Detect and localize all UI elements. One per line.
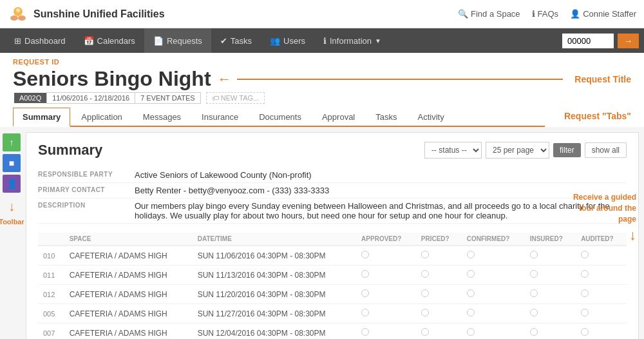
- tour-annotation: Receive a guided tour around the page ↓: [569, 192, 636, 244]
- row-id: 011: [38, 266, 64, 285]
- nav-requests[interactable]: 📄 Requests: [144, 28, 211, 53]
- tab-tasks[interactable]: Tasks: [366, 108, 406, 126]
- row-confirmed: [462, 266, 525, 285]
- row-approved: [356, 324, 416, 340]
- info-fields: Responsible Party Active Seniors of Lake…: [38, 168, 627, 224]
- arrow-left-icon: ←: [218, 71, 232, 88]
- row-insured: [525, 246, 576, 266]
- panel-header: Summary -- status -- 25 per page filter …: [38, 142, 627, 159]
- filter-button[interactable]: filter: [553, 143, 581, 157]
- tab-documents[interactable]: Documents: [249, 108, 311, 126]
- row-confirmed: [462, 324, 525, 340]
- tab-activity[interactable]: Activity: [408, 108, 454, 126]
- row-approved: [356, 285, 416, 304]
- tab-messages[interactable]: Messages: [133, 108, 191, 126]
- nav-users[interactable]: 👥 Users: [261, 28, 314, 53]
- nav-go-button[interactable]: →: [618, 34, 639, 48]
- row-datetime: SUN 12/04/2016 04:30PM - 08:30PM: [193, 324, 356, 340]
- row-space: CAFETERIA / ADAMS HIGH: [64, 246, 193, 266]
- content-area: ↑ ■ 👤 ↓ Toolbar Summary -- status -- 25 …: [0, 127, 644, 339]
- panel-controls: -- status -- 25 per page filter show all: [424, 142, 627, 159]
- row-audited: [576, 246, 627, 266]
- info-icon: ℹ: [532, 9, 535, 19]
- requests-icon: 📄: [153, 36, 164, 46]
- nav-right: →: [562, 34, 639, 48]
- row-confirmed: [462, 246, 525, 266]
- request-event-count: 7 EVENT DATES: [135, 92, 201, 104]
- row-priced: [416, 285, 462, 304]
- col-confirmed: Confirmed?: [462, 233, 525, 246]
- nav-calendars[interactable]: 📅 Calendars: [75, 28, 144, 53]
- info-nav-icon: ℹ: [323, 36, 327, 46]
- nav-information[interactable]: ℹ Information ▼: [314, 28, 390, 53]
- top-nav-actions: 🔍 Find a Space ℹ FAQs 👤 Connie Staffer: [458, 9, 636, 19]
- brand: Sunshine Unified Facilities: [8, 4, 458, 24]
- responsible-party-row: Responsible Party Active Seniors of Lake…: [38, 168, 627, 183]
- tab-approval[interactable]: Approval: [312, 108, 365, 126]
- tab-application[interactable]: Application: [71, 108, 132, 126]
- table-row[interactable]: 012 CAFETERIA / ADAMS HIGH SUN 11/20/201…: [38, 285, 627, 304]
- row-datetime: SUN 11/20/2016 04:30PM - 08:30PM: [193, 285, 356, 304]
- tasks-icon: ✔: [220, 36, 227, 46]
- toolbar-down-arrow-icon: ↓: [8, 199, 15, 214]
- brand-logo: [8, 4, 28, 24]
- row-audited: [576, 285, 627, 304]
- tag-icon: 🏷: [212, 94, 219, 102]
- toolbar-btn-document[interactable]: ■: [3, 154, 21, 172]
- tour-arrow-icon: ↓: [569, 227, 636, 244]
- toolbar-label: Toolbar: [0, 218, 24, 226]
- row-datetime: SUN 11/13/2016 04:30PM - 08:30PM: [193, 266, 356, 285]
- row-confirmed: [462, 285, 525, 304]
- find-space-link[interactable]: 🔍 Find a Space: [458, 9, 520, 19]
- row-datetime: SUN 11/06/2016 04:30PM - 08:30PM: [193, 246, 356, 266]
- dropdown-icon: ▼: [375, 37, 381, 44]
- request-meta: A002Q 11/06/2016 - 12/18/2016 7 EVENT DA…: [14, 92, 631, 108]
- summary-title: Summary: [38, 142, 102, 159]
- per-page-select[interactable]: 25 per page: [486, 142, 549, 159]
- tabs-container: Summary Application Messages Insurance D…: [0, 108, 644, 127]
- table-row[interactable]: 010 CAFETERIA / ADAMS HIGH SUN 11/06/201…: [38, 246, 627, 266]
- events-table: Space Date/Time Approved? Priced? Confir…: [38, 233, 627, 339]
- brand-name: Sunshine Unified Facilities: [33, 8, 165, 20]
- row-space: CAFETERIA / ADAMS HIGH: [64, 304, 193, 324]
- nav-tasks[interactable]: ✔ Tasks: [211, 28, 261, 53]
- tab-summary[interactable]: Summary: [13, 108, 70, 127]
- toolbar-btn-user[interactable]: 👤: [3, 175, 21, 193]
- row-id: 012: [38, 285, 64, 304]
- calendar-icon: 📅: [84, 36, 94, 46]
- col-id: [38, 233, 64, 246]
- tab-insurance[interactable]: Insurance: [192, 108, 248, 126]
- svg-point-2: [18, 15, 26, 21]
- nav-items: ⊞ Dashboard 📅 Calendars 📄 Requests ✔ Tas…: [5, 28, 562, 53]
- row-space: CAFETERIA / ADAMS HIGH: [64, 285, 193, 304]
- page-title: Seniors Bingo Night: [13, 67, 211, 91]
- table-row[interactable]: 011 CAFETERIA / ADAMS HIGH SUN 11/13/201…: [38, 266, 627, 285]
- users-icon: 👥: [270, 36, 280, 46]
- row-priced: [416, 304, 462, 324]
- row-confirmed: [462, 304, 525, 324]
- row-approved: [356, 266, 416, 285]
- table-row[interactable]: 005 CAFETERIA / ADAMS HIGH SUN 11/27/201…: [38, 304, 627, 324]
- table-row[interactable]: 007 CAFETERIA / ADAMS HIGH SUN 12/04/201…: [38, 324, 627, 340]
- row-insured: [525, 285, 576, 304]
- tabs-annotation: Request "Tabs": [564, 111, 631, 121]
- user-icon: 👤: [570, 9, 580, 19]
- tabs-bar: Summary Application Messages Insurance D…: [13, 108, 545, 127]
- request-title-row: Seniors Bingo Night ← Request Title: [13, 67, 631, 91]
- toolbar-btn-upload[interactable]: ↑: [3, 133, 21, 151]
- show-all-button[interactable]: show all: [585, 142, 627, 158]
- row-priced: [416, 324, 462, 340]
- user-menu[interactable]: 👤 Connie Staffer: [570, 9, 636, 19]
- row-datetime: SUN 11/27/2016 04:30PM - 08:30PM: [193, 304, 356, 324]
- request-id-input[interactable]: [562, 34, 614, 48]
- primary-contact-row: Primary Contact Betty Renter - betty@ven…: [38, 183, 627, 199]
- col-space: Space: [64, 233, 193, 246]
- faqs-link[interactable]: ℹ FAQs: [532, 9, 559, 19]
- row-priced: [416, 266, 462, 285]
- nav-dashboard[interactable]: ⊞ Dashboard: [5, 28, 75, 53]
- row-insured: [525, 266, 576, 285]
- row-id: 010: [38, 246, 64, 266]
- request-date-range: 11/06/2016 - 12/18/2016: [46, 92, 135, 104]
- status-select[interactable]: -- status --: [424, 142, 482, 159]
- new-tag-button[interactable]: 🏷 NEW TAG...: [206, 92, 265, 104]
